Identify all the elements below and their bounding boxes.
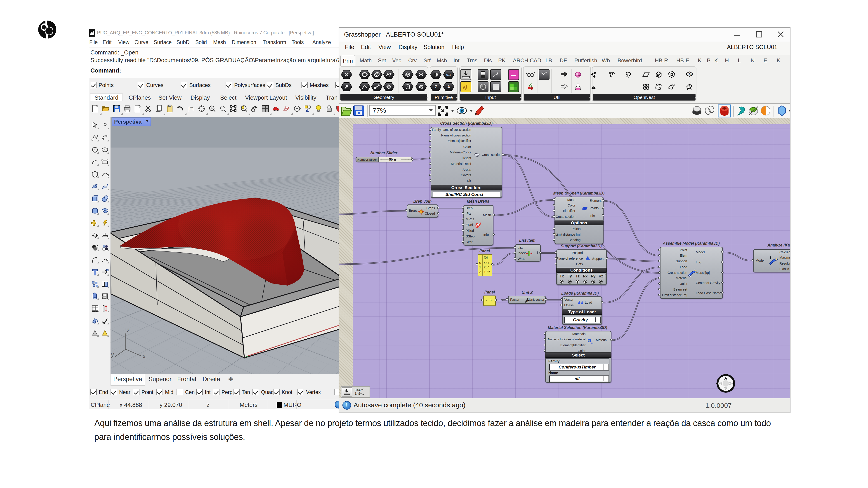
svg-text:Geometry: Geometry xyxy=(373,95,395,100)
svg-text:Util: Util xyxy=(554,95,560,100)
svg-text:x: x xyxy=(690,73,692,76)
svg-text:x: x xyxy=(143,353,146,360)
svg-text:77%: 77% xyxy=(373,107,386,114)
svg-text:0.1: 0.1 xyxy=(446,73,451,76)
svg-text:y: y xyxy=(111,351,114,358)
svg-text:3<4: 3<4 xyxy=(355,388,361,392)
svg-text:z: z xyxy=(127,327,130,333)
svg-text:3: 3 xyxy=(591,342,592,344)
svg-text:1>2: 1>2 xyxy=(355,392,360,395)
svg-text:A: A xyxy=(447,85,450,89)
svg-text:Primitive: Primitive xyxy=(435,95,453,100)
svg-text:OpenNest: OpenNest xyxy=(633,95,655,100)
svg-text:7: 7 xyxy=(435,85,437,89)
svg-text:Input: Input xyxy=(485,95,496,100)
svg-text:I: I xyxy=(770,256,771,260)
